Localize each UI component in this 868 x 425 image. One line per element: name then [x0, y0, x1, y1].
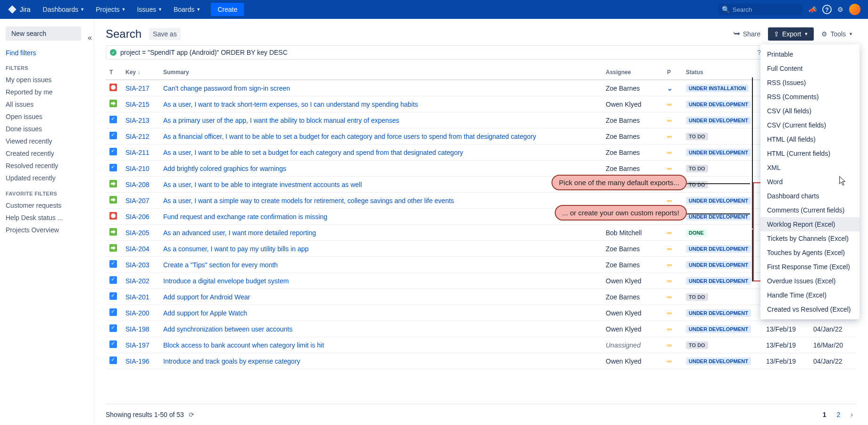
settings-icon[interactable]: ⚙ — [837, 6, 843, 13]
issue-key[interactable]: SIA-202 — [122, 273, 159, 289]
issue-summary[interactable]: Create a "Tips" section for every month — [159, 257, 602, 273]
issue-row[interactable]: SIA-211As a user, I want to be able to s… — [106, 144, 857, 161]
issue-summary[interactable]: As a user, I want to be able to set a bu… — [159, 144, 602, 161]
export-option-first-response-time-excel[interactable]: First Response Time (Excel) — [760, 260, 860, 274]
issue-assignee[interactable]: Zoe Barnes — [602, 128, 663, 144]
export-option-html-current-fields[interactable]: HTML (Current fields) — [760, 146, 860, 161]
refresh-icon[interactable]: ⟳ — [189, 411, 194, 418]
export-option-dashboard-charts[interactable]: Dashboard charts — [760, 189, 860, 203]
issue-row[interactable]: SIA-213As a primary user of the app, I w… — [106, 112, 857, 128]
megaphone-icon[interactable]: 📣 — [809, 6, 817, 13]
issue-row[interactable]: SIA-206Fund request and exchange rate co… — [106, 209, 857, 225]
issue-row[interactable]: SIA-210Add brightly colored graphics for… — [106, 161, 857, 177]
issue-summary[interactable]: Fund request and exchange rate confirmat… — [159, 209, 602, 225]
issue-key[interactable]: SIA-208 — [122, 177, 159, 193]
export-option-html-all-fields[interactable]: HTML (All fields) — [760, 132, 860, 146]
issue-assignee[interactable]: Owen Klyed — [602, 305, 663, 321]
fav-filter-projects-overview[interactable]: Projects Overview — [6, 224, 88, 236]
issue-assignee[interactable]: Unassigned — [602, 337, 663, 353]
issue-summary[interactable]: Can't change password from sign-in scree… — [159, 80, 602, 96]
collapse-sidebar-icon[interactable]: « — [88, 34, 92, 42]
col-status[interactable]: Status — [682, 65, 762, 80]
filter-open-issues[interactable]: Open issues — [6, 110, 88, 123]
issue-row[interactable]: SIA-205As an advanced user, I want more … — [106, 225, 857, 241]
fav-filter-help-desk-status-[interactable]: Help Desk status ... — [6, 212, 88, 224]
export-option-created-vs-resolved-excel[interactable]: Created vs Resolved (Excel) — [760, 302, 860, 316]
share-button[interactable]: ⮩ Share — [730, 27, 764, 41]
issue-summary[interactable]: As a user, I want a simple way to create… — [159, 193, 602, 209]
export-option-xml[interactable]: XML — [760, 161, 860, 175]
issue-key[interactable]: SIA-206 — [122, 209, 159, 225]
col-assignee[interactable]: Assignee — [602, 65, 663, 80]
filter-reported-by-me[interactable]: Reported by me — [6, 86, 88, 98]
issue-key[interactable]: SIA-217 — [122, 80, 159, 96]
export-option-touches-by-agents-excel[interactable]: Touches by Agents (Excel) — [760, 246, 860, 260]
quick-search[interactable]: 🔍 — [718, 4, 803, 15]
issue-summary[interactable]: Introduce a digital envelope budget syst… — [159, 273, 602, 289]
issue-key[interactable]: SIA-207 — [122, 193, 159, 209]
fav-filter-customer-requests[interactable]: Customer requests — [6, 199, 88, 212]
col-type[interactable]: T — [106, 65, 122, 80]
issue-summary[interactable]: Block access to bank account when catego… — [159, 337, 602, 353]
export-option-worklog-report-excel[interactable]: Worklog Report (Excel) — [760, 217, 860, 231]
issue-summary[interactable]: As an advanced user, I want more detaile… — [159, 225, 602, 241]
help-icon[interactable]: ? — [822, 5, 832, 14]
page-1[interactable]: 1 — [819, 409, 830, 420]
find-filters-link[interactable]: Find filters — [6, 49, 88, 57]
nav-boards[interactable]: Boards▼ — [169, 3, 205, 16]
user-avatar[interactable] — [849, 4, 860, 15]
issue-key[interactable]: SIA-196 — [122, 353, 159, 369]
issue-assignee[interactable]: Zoe Barnes — [602, 144, 663, 161]
jql-input[interactable] — [120, 49, 754, 56]
issue-summary[interactable]: Add synchronization between user account… — [159, 321, 602, 337]
export-option-comments-current-fields[interactable]: Comments (Current fields) — [760, 203, 860, 217]
issue-row[interactable]: SIA-197Block access to bank account when… — [106, 337, 857, 353]
new-search-button[interactable]: New search — [6, 26, 81, 41]
export-option-handle-time-excel[interactable]: Handle Time (Excel) — [760, 288, 860, 302]
issue-row[interactable]: SIA-204As a consumer, I want to pay my u… — [106, 241, 857, 257]
filter-viewed-recently[interactable]: Viewed recently — [6, 135, 88, 147]
issue-key[interactable]: SIA-205 — [122, 225, 159, 241]
issue-key[interactable]: SIA-211 — [122, 144, 159, 161]
filter-resolved-recently[interactable]: Resolved recently — [6, 160, 88, 172]
issue-key[interactable]: SIA-213 — [122, 112, 159, 128]
issue-row[interactable]: SIA-215As a user, I want to track short-… — [106, 96, 857, 112]
issue-key[interactable]: SIA-215 — [122, 96, 159, 112]
issue-key[interactable]: SIA-204 — [122, 241, 159, 257]
issue-key[interactable]: SIA-212 — [122, 128, 159, 144]
issue-assignee[interactable]: Owen Klyed — [602, 321, 663, 337]
issue-key[interactable]: SIA-203 — [122, 257, 159, 273]
issue-row[interactable]: SIA-208As a user, I want to be able to i… — [106, 177, 857, 193]
export-option-tickets-by-channels-excel[interactable]: Tickets by Channels (Excel) — [760, 231, 860, 246]
issue-assignee[interactable]: Zoe Barnes — [602, 241, 663, 257]
export-option-csv-current-fields[interactable]: CSV (Current fields) — [760, 118, 860, 132]
export-option-rss-comments[interactable]: RSS (Comments) — [760, 90, 860, 104]
col-summary[interactable]: Summary — [159, 65, 602, 80]
tools-button[interactable]: ⚙ Tools ▼ — [818, 27, 857, 41]
issue-key[interactable]: SIA-198 — [122, 321, 159, 337]
export-option-csv-all-fields[interactable]: CSV (All fields) — [760, 104, 860, 118]
jql-editor[interactable]: ✓ ?⃝ — [106, 45, 768, 60]
issue-row[interactable]: SIA-212As a financial officer, I want to… — [106, 128, 857, 144]
filter-updated-recently[interactable]: Updated recently — [6, 172, 88, 184]
issue-row[interactable]: SIA-203Create a "Tips" section for every… — [106, 257, 857, 273]
export-option-word[interactable]: Word — [760, 175, 860, 189]
issue-key[interactable]: SIA-210 — [122, 161, 159, 177]
export-option-rss-issues[interactable]: RSS (Issues) — [760, 76, 860, 90]
issue-summary[interactable]: As a financial officer, I want to be abl… — [159, 128, 602, 144]
issue-key[interactable]: SIA-201 — [122, 289, 159, 305]
export-option-printable[interactable]: Printable — [760, 47, 860, 61]
filter-created-recently[interactable]: Created recently — [6, 147, 88, 160]
export-option-overdue-issues-excel[interactable]: Overdue Issues (Excel) — [760, 274, 860, 288]
issue-assignee[interactable]: Zoe Barnes — [602, 257, 663, 273]
col-key[interactable]: Key ↓ — [122, 65, 159, 80]
issue-assignee[interactable]: Bob Mitchell — [602, 225, 663, 241]
issue-row[interactable]: SIA-201Add support for Android WearZoe B… — [106, 289, 857, 305]
issue-summary[interactable]: As a consumer, I want to pay my utility … — [159, 241, 602, 257]
nav-issues[interactable]: Issues▼ — [132, 3, 167, 16]
issue-summary[interactable]: As a user, I want to be able to integrat… — [159, 177, 602, 193]
export-button[interactable]: ⇪ Export ▼ — [768, 27, 814, 41]
issue-summary[interactable]: Add support for Apple Watch — [159, 305, 602, 321]
issue-row[interactable]: SIA-217Can't change password from sign-i… — [106, 80, 857, 96]
create-button[interactable]: Create — [211, 3, 244, 16]
